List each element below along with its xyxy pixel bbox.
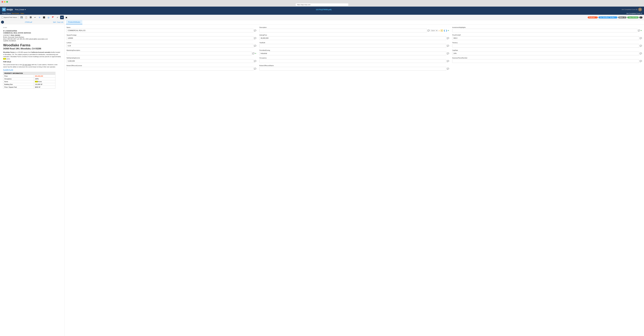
- doc-company: if 1 ASSOCIATES: [3, 30, 61, 32]
- job-count-bar: Job Completed Count: 0: [626, 13, 642, 14]
- arrow-right-btn[interactable]: ➡: [60, 16, 64, 19]
- pdf-toolbar: ‹ 270036.pdf Split Copy Link: [0, 20, 64, 24]
- assessorparcel-comment-btn[interactable]: 💬: [640, 60, 642, 62]
- lotsize-comment-btn[interactable]: 💬: [254, 45, 256, 47]
- circle-btn[interactable]: ◎: [47, 16, 50, 19]
- noi-input[interactable]: [66, 59, 254, 63]
- pricepersqft-comment-btn[interactable]: 💬: [640, 37, 642, 39]
- askingprice-comment-btn[interactable]: 💬: [447, 37, 449, 39]
- yearbuilt-comment-btn[interactable]: 💬: [447, 45, 449, 47]
- split-link[interactable]: Split: [53, 21, 56, 23]
- permitedzoning-comment-btn[interactable]: 💬: [447, 52, 449, 55]
- marketingdesc-input[interactable]: [66, 52, 252, 55]
- pdf-prev-btn[interactable]: ‹: [1, 21, 4, 24]
- form-grid: Name 💬 SquareFootage 💬: [66, 27, 642, 72]
- yearbuilt-input[interactable]: [260, 44, 446, 48]
- verified-badge: User Identified / Verified - 4: [598, 17, 618, 19]
- doc-broker-title: Broker, Associate Santa Barbara: [3, 36, 61, 38]
- field-yearbuilt: YearBuilt 💬: [260, 42, 449, 48]
- field-occupancy-label: Occupancy: [260, 57, 449, 59]
- tenancy-comment-btn[interactable]: 💬: [640, 45, 642, 47]
- save-btn[interactable]: 💾: [20, 16, 24, 19]
- property-row-value: 120,000 SF: [34, 83, 55, 86]
- description-add-btn[interactable]: +: [448, 29, 449, 32]
- doc-header-code: la leek: [3, 27, 61, 28]
- field-invhighlights-label: InvestmentHighlights: [452, 27, 642, 28]
- assessorparcel-input[interactable]: [452, 59, 639, 63]
- field-yearbuilt-label: YearBuilt: [260, 42, 449, 44]
- desc-next-btn[interactable]: ❯: [446, 30, 447, 32]
- description-comment-btn[interactable]: 💬: [428, 30, 430, 32]
- status-badges: Predicted - 7 User Identified / Verified…: [588, 17, 642, 19]
- invhighlights-comment-btn[interactable]: 💬: [638, 30, 640, 32]
- project-dropdown-label: Real_Estate: [15, 9, 24, 11]
- project-bar: Project Name: Real Estate - Sales Job Co…: [0, 12, 644, 15]
- tenancy-input[interactable]: [452, 44, 639, 48]
- occupancy-input[interactable]: [260, 59, 446, 63]
- squarefootage-input[interactable]: [66, 36, 254, 40]
- invhighlights-input[interactable]: [452, 29, 638, 32]
- field-name-label: Name: [66, 27, 256, 28]
- brokername-input[interactable]: [260, 67, 446, 71]
- user-avatar[interactable]: U: [638, 8, 642, 11]
- brokerlic-input[interactable]: [66, 67, 254, 71]
- highlight-acres: 8.29: [3, 58, 6, 60]
- field-assessorparcel-label: AssessorParcelNumber: [452, 57, 642, 59]
- brokername-comment-btn[interactable]: 💬: [447, 68, 449, 70]
- name-input[interactable]: [66, 29, 254, 32]
- marketingdesc-comment-btn[interactable]: 💬: [252, 52, 254, 55]
- close-dot[interactable]: [2, 1, 3, 3]
- logo-icon: M: [2, 8, 6, 11]
- logo-text: mojo: [6, 8, 13, 11]
- doc-lease-desc: The current tenant has a new 10 year lea…: [3, 64, 61, 68]
- field-permitedzoning: PermittedZoning 💬: [260, 50, 449, 55]
- google-btn[interactable]: G: [38, 16, 42, 19]
- property-table-row: Occupancy100%: [3, 78, 56, 80]
- occupancy-comment-btn[interactable]: 💬: [447, 60, 449, 62]
- project-dropdown[interactable]: Real_Estate ▾: [15, 9, 26, 11]
- image-btn[interactable]: 🖼: [29, 16, 32, 19]
- field-name: Name 💬: [66, 27, 256, 32]
- noi-comment-btn[interactable]: 💬: [254, 60, 256, 62]
- name-comment-btn[interactable]: 💬: [254, 30, 256, 32]
- description-input[interactable]: [260, 29, 427, 32]
- field-brokername: BrokerOfRecordName 💬: [260, 65, 449, 71]
- desc-prev-btn[interactable]: ❮: [444, 30, 445, 32]
- tab-product-attributes[interactable]: ProductAttributes: [66, 20, 82, 24]
- caprate-comment-btn[interactable]: 💬: [640, 52, 642, 55]
- form-col-2: Description 💬 Goto ▾ ⚠ 1 ❮ ❯: [260, 27, 449, 72]
- crop-btn[interactable]: ⬛: [42, 16, 46, 19]
- floor-plan-link[interactable]: FLOOR FLAN: [3, 69, 13, 71]
- copy-link-btn[interactable]: Copy Link: [57, 21, 63, 23]
- lotsize-input[interactable]: [66, 44, 254, 48]
- property-table-header: PROPERTY INFORMATION: [3, 72, 56, 75]
- field-tenancy-label: Tenancy: [452, 42, 642, 44]
- back-btn[interactable]: ↩: [33, 16, 37, 19]
- goto-select[interactable]: Goto ▾: [430, 30, 438, 32]
- permitedzoning-input[interactable]: [260, 52, 446, 55]
- squarefootage-comment-btn[interactable]: 💬: [254, 37, 256, 39]
- marketingdesc-add-btn[interactable]: +: [255, 52, 256, 55]
- field-lotsize: LotSize 💬: [66, 42, 256, 48]
- pricepersqft-input[interactable]: [452, 36, 639, 40]
- minimize-dot[interactable]: [4, 1, 6, 3]
- append-checkbox-label[interactable]: Append Field Values: [2, 17, 17, 18]
- property-table-row: Acres8.29 Acres: [3, 80, 56, 83]
- flag-btn[interactable]: 🚩: [51, 16, 55, 19]
- property-row-value: $300 SF: [34, 86, 55, 89]
- file-title: 121751(270036.pdf): [316, 9, 332, 11]
- field-description-label: Description: [260, 27, 449, 28]
- append-checkbox[interactable]: [2, 17, 3, 18]
- doc-header: la leek: [3, 27, 61, 28]
- address-bar[interactable]: https://app.mojo.com: [296, 4, 348, 6]
- field-noi-label: NetOperatingIncome: [66, 57, 256, 59]
- brokerlic-comment-btn[interactable]: 💬: [254, 68, 256, 70]
- property-table: PROPERTY INFORMATION Price$36,000,000Occ…: [3, 72, 56, 89]
- invhighlights-add-btn[interactable]: +: [641, 29, 642, 32]
- caprate-input[interactable]: [452, 52, 639, 55]
- askingprice-input[interactable]: [260, 36, 446, 40]
- maximize-dot[interactable]: [6, 1, 8, 3]
- box-btn[interactable]: ▣: [64, 16, 68, 19]
- copy-btn[interactable]: 📋: [24, 16, 28, 19]
- expand-btn[interactable]: ⤢: [56, 16, 59, 19]
